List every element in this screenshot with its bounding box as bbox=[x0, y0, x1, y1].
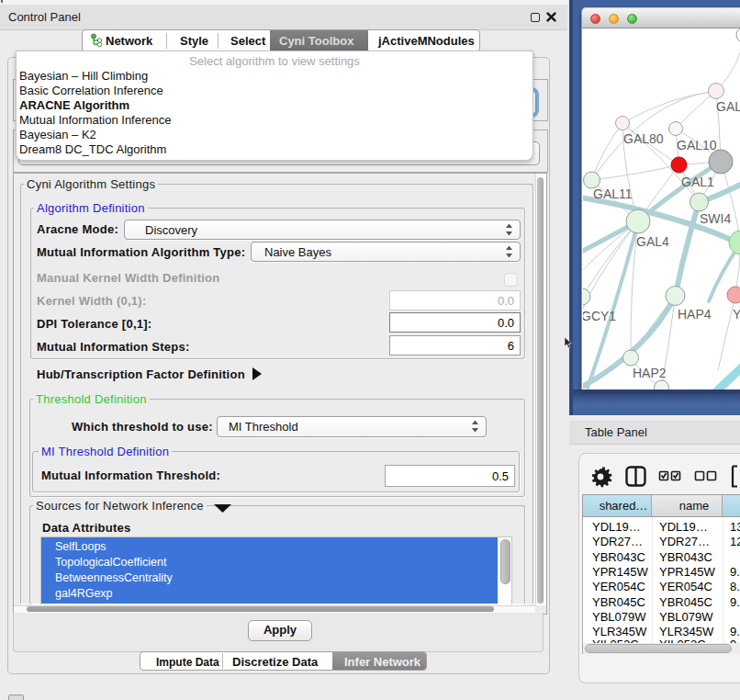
svg-text:GCY1: GCY1 bbox=[583, 309, 616, 323]
svg-text:GAL80: GAL80 bbox=[623, 131, 664, 146]
svg-text:GAL10: GAL10 bbox=[677, 138, 717, 152]
svg-text:GAL11: GAL11 bbox=[593, 186, 633, 201]
svg-text:HAP4: HAP4 bbox=[678, 307, 712, 322]
svg-text:GAL4: GAL4 bbox=[636, 234, 669, 249]
svg-text:SWI4: SWI4 bbox=[700, 211, 731, 226]
svg-text:YD: YD bbox=[733, 307, 740, 322]
svg-text:HAP2: HAP2 bbox=[633, 366, 667, 380]
svg-text:GAL1: GAL1 bbox=[681, 175, 714, 189]
svg-text:GAL7: GAL7 bbox=[716, 99, 740, 114]
